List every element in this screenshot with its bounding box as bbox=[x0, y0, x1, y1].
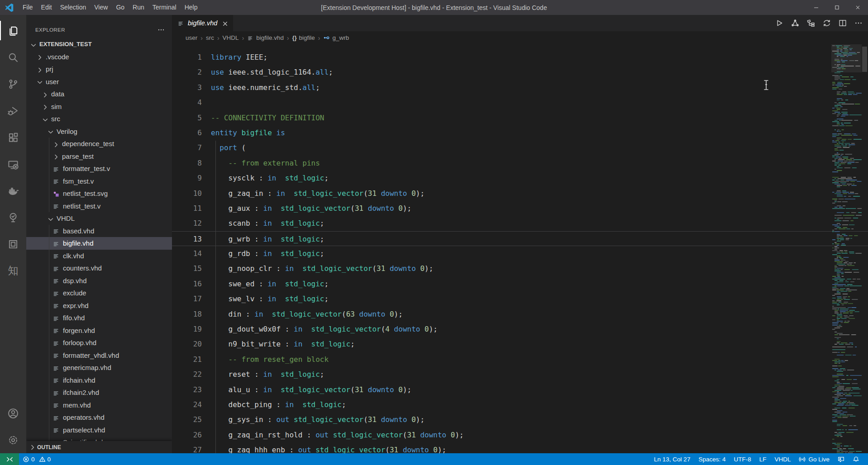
code-line-18[interactable]: 18 din : in std_logic_vector(63 downto 0… bbox=[172, 307, 868, 322]
line-number[interactable]: 21 bbox=[172, 352, 202, 367]
code-line-25[interactable]: 25 g_sys_in : out std_logic_vector(31 do… bbox=[172, 412, 868, 427]
line-number[interactable]: 10 bbox=[172, 186, 202, 201]
menu-view[interactable]: View bbox=[90, 0, 112, 15]
maximize-button[interactable] bbox=[826, 0, 847, 15]
tree-file-ifchain2-vhd[interactable]: ifchain2.vhd bbox=[26, 386, 172, 399]
tree-file-genericmap-vhd[interactable]: genericmap.vhd bbox=[26, 361, 172, 374]
code-area[interactable]: 1library IEEE;2use ieee.std_logic_1164.a… bbox=[172, 44, 868, 453]
activity-accounts-button[interactable] bbox=[0, 400, 26, 427]
split-editor-button[interactable] bbox=[839, 19, 847, 27]
hierarchy-button[interactable] bbox=[807, 19, 815, 27]
code-line-7[interactable]: 7 port ( bbox=[172, 140, 868, 155]
line-number[interactable]: 7 bbox=[172, 140, 202, 155]
tree-file-forloop-vhd[interactable]: forloop.vhd bbox=[26, 337, 172, 349]
activity-kanji-extension-button[interactable]: 知 bbox=[0, 257, 26, 284]
netlist-viewer-button[interactable] bbox=[791, 19, 799, 27]
line-number[interactable]: 22 bbox=[172, 367, 202, 382]
status-notifications[interactable] bbox=[849, 453, 863, 465]
tree-folder-dependence-test[interactable]: dependence_test bbox=[26, 138, 172, 150]
status-language-mode[interactable]: VHDL bbox=[770, 453, 795, 465]
activity-frame-tool-button[interactable] bbox=[0, 231, 26, 257]
line-number[interactable]: 6 bbox=[172, 125, 202, 140]
line-number[interactable]: 8 bbox=[172, 156, 202, 171]
tree-root-extension-test[interactable]: EXTENSION_TEST bbox=[26, 38, 172, 51]
tree-folder-parse-test[interactable]: parse_test bbox=[26, 150, 172, 163]
line-number[interactable]: 24 bbox=[172, 397, 202, 412]
activity-search-button[interactable] bbox=[0, 44, 26, 71]
tree-file-exclude[interactable]: exclude bbox=[26, 287, 172, 299]
status-go-live[interactable]: Go Live bbox=[795, 453, 834, 465]
line-number[interactable]: 1 bbox=[172, 50, 202, 65]
code-line-2[interactable]: 2use ieee.std_logic_1164.all; bbox=[172, 65, 868, 80]
scrollbar[interactable] bbox=[862, 47, 867, 72]
code-line-9[interactable]: 9 sysclk : in std_logic; bbox=[172, 171, 868, 185]
menu-edit[interactable]: Edit bbox=[37, 0, 56, 15]
line-number[interactable]: 14 bbox=[172, 246, 202, 261]
line-number[interactable]: 19 bbox=[172, 322, 202, 337]
status-indentation[interactable]: Spaces: 4 bbox=[694, 453, 730, 465]
line-number[interactable]: 18 bbox=[172, 307, 202, 322]
activity-remote-explorer-button[interactable] bbox=[0, 151, 26, 177]
activity-extensions-button[interactable] bbox=[0, 124, 26, 151]
breadcrumb-item-bigfile-vhd[interactable]: bigfile.vhd bbox=[247, 34, 284, 41]
tree-file-partselect-vhd[interactable]: partselect.vhd bbox=[26, 424, 172, 437]
tree-file-operators-vhd[interactable]: operators.vhd bbox=[26, 411, 172, 424]
tree-file-formatter-vhdl-vhd[interactable]: formatter_vhdl.vhd bbox=[26, 349, 172, 362]
menu-selection[interactable]: Selection bbox=[56, 0, 91, 15]
line-number[interactable]: 25 bbox=[172, 412, 202, 427]
tree-file-fsm-test-v[interactable]: fsm_test.v bbox=[26, 175, 172, 188]
line-number[interactable]: 13 bbox=[172, 232, 202, 246]
tree-folder-data[interactable]: data bbox=[26, 88, 172, 100]
code-line-22[interactable]: 22 reset : in std_logic; bbox=[172, 367, 868, 382]
tree-folder-vscode[interactable]: .vscode bbox=[26, 51, 172, 63]
outline-section-header[interactable]: OUTLINE bbox=[26, 441, 172, 453]
line-number[interactable]: 27 bbox=[172, 442, 202, 453]
tree-folder-prj[interactable]: prj bbox=[26, 63, 172, 76]
line-number[interactable]: 11 bbox=[172, 201, 202, 216]
code-line-23[interactable]: 23 alu_u : in std_logic_vector(31 downto… bbox=[172, 382, 868, 397]
code-line-17[interactable]: 17 swe_lv : in std_logic; bbox=[172, 291, 868, 306]
menu-go[interactable]: Go bbox=[112, 0, 129, 15]
tab-bigfile-vhd[interactable]: bigfile.vhd bbox=[172, 15, 233, 31]
code-line-20[interactable]: 20 n9_bit_write : in std_logic; bbox=[172, 337, 868, 351]
line-number[interactable]: 3 bbox=[172, 80, 202, 95]
line-number[interactable]: 2 bbox=[172, 65, 202, 80]
line-number[interactable]: 15 bbox=[172, 261, 202, 276]
more-actions-button[interactable] bbox=[854, 19, 863, 27]
activity-docker-button[interactable] bbox=[0, 177, 26, 204]
activity-manage-button[interactable] bbox=[0, 427, 26, 453]
menu-terminal[interactable]: Terminal bbox=[148, 0, 181, 15]
tree-folder-user[interactable]: user bbox=[26, 76, 172, 88]
code-line-19[interactable]: 19 g_dout_w0x0f : in std_logic_vector(4 … bbox=[172, 322, 868, 337]
tree-file-ifchain-vhd[interactable]: ifchain.vhd bbox=[26, 374, 172, 387]
tree-folder-sim[interactable]: sim bbox=[26, 100, 172, 113]
code-line-11[interactable]: 11 g_aux : in std_logic_vector(31 downto… bbox=[172, 201, 868, 216]
minimap-viewport[interactable] bbox=[831, 44, 862, 72]
tree-file-forgen-vhd[interactable]: forgen.vhd bbox=[26, 324, 172, 337]
status-encoding[interactable]: UTF-8 bbox=[730, 453, 755, 465]
tree-file-clk-vhd[interactable]: clk.vhd bbox=[26, 250, 172, 262]
remote-indicator[interactable] bbox=[0, 453, 19, 465]
code-line-6[interactable]: 6entity bigfile is bbox=[172, 125, 868, 140]
tree-file-bigfile-vhd[interactable]: bigfile.vhd bbox=[26, 237, 172, 250]
tree-folder-src[interactable]: src bbox=[26, 113, 172, 125]
menu-file[interactable]: File bbox=[19, 0, 37, 15]
tree-file-formatter-test-v[interactable]: formatter_test.v bbox=[26, 162, 172, 175]
code-line-21[interactable]: 21 -- from reset_gen block bbox=[172, 352, 868, 367]
tree-folder-verilog[interactable]: Verilog bbox=[26, 125, 172, 138]
problems-status[interactable]: 00 bbox=[19, 453, 54, 465]
activity-source-control-button[interactable] bbox=[0, 71, 26, 97]
tree-folder-vhdl[interactable]: VHDL bbox=[26, 212, 172, 225]
status-feedback[interactable] bbox=[834, 453, 849, 465]
line-number[interactable]: 20 bbox=[172, 337, 202, 351]
activity-explorer-button[interactable] bbox=[0, 17, 26, 44]
breadcrumb-item-g-wrb[interactable]: g_wrb bbox=[323, 34, 349, 42]
tree-file-netlist-test-v[interactable]: netlist_test.v bbox=[26, 200, 172, 213]
sync-button[interactable] bbox=[823, 19, 831, 27]
line-number[interactable]: 16 bbox=[172, 276, 202, 291]
close-button[interactable] bbox=[847, 0, 868, 15]
minimize-button[interactable] bbox=[806, 0, 826, 15]
minimap[interactable] bbox=[831, 44, 862, 453]
tree-file-netlist-test-svg[interactable]: netlist_test.svg bbox=[26, 187, 172, 200]
menu-run[interactable]: Run bbox=[129, 0, 148, 15]
